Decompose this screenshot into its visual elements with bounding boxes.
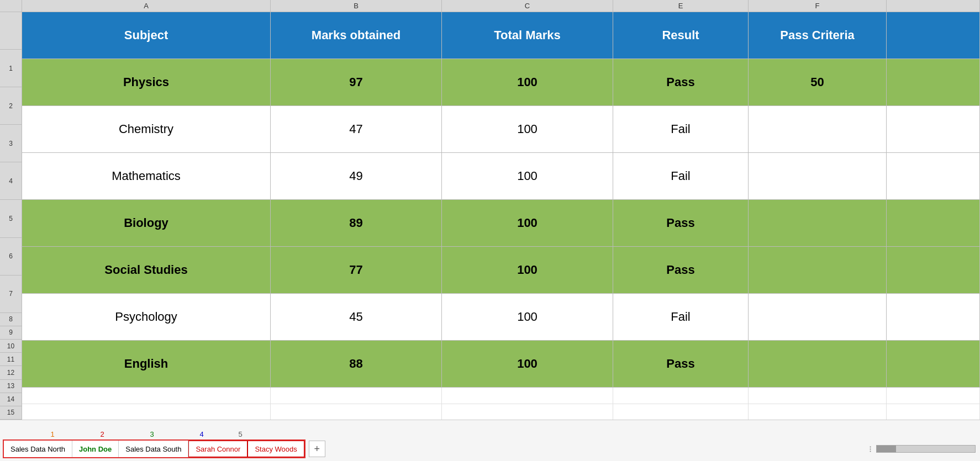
cell-result-1[interactable]: Pass xyxy=(613,59,749,105)
table-header-row: Subject Marks obtained Total Marks Resul… xyxy=(22,12,980,59)
header-rest xyxy=(887,12,980,59)
empty-cell xyxy=(887,388,980,404)
spreadsheet: A B C E F 1 2 3 4 5 6 7 8 9 10 11 12 13 … xyxy=(0,0,980,461)
cell-marks-7[interactable]: 88 xyxy=(271,341,442,387)
header-result: Result xyxy=(613,12,749,59)
cell-total-1[interactable]: 100 xyxy=(442,59,613,105)
cell-subject-4[interactable]: Biology xyxy=(22,200,271,246)
add-sheet-button[interactable]: + xyxy=(309,441,325,457)
table-row: Mathematics 49 100 Fail xyxy=(22,153,980,200)
cell-rest-3 xyxy=(887,153,980,199)
cell-rest-1 xyxy=(887,59,980,105)
col-header-a: A xyxy=(22,0,271,12)
cell-pass-criteria-4 xyxy=(749,200,887,246)
col-header-rest xyxy=(887,0,980,12)
sheet-tab-sarah-connor[interactable]: Sarah Connor xyxy=(188,441,247,457)
cell-subject-7[interactable]: English xyxy=(22,341,271,387)
empty-cell[interactable] xyxy=(749,388,887,404)
header-marks-obtained: Marks obtained xyxy=(271,12,442,59)
cell-rest-6 xyxy=(887,294,980,340)
cell-rest-7 xyxy=(887,341,980,387)
cell-marks-3[interactable]: 49 xyxy=(271,153,442,199)
table-row: Biology 89 100 Pass xyxy=(22,200,980,247)
cell-total-7[interactable]: 100 xyxy=(442,341,613,387)
cell-result-3[interactable]: Fail xyxy=(613,153,749,199)
tab-numbers-row: 1 2 3 4 5 xyxy=(0,430,980,438)
cell-total-4[interactable]: 100 xyxy=(442,200,613,246)
cell-marks-6[interactable]: 45 xyxy=(271,294,442,340)
grid-area: 1 2 3 4 5 6 7 8 9 10 11 12 13 14 15 Subj… xyxy=(0,12,980,420)
row-num-1: 1 xyxy=(0,50,22,87)
cell-rest-2 xyxy=(887,106,980,152)
cell-pass-criteria-6 xyxy=(749,294,887,340)
horizontal-scrollbar[interactable] xyxy=(876,445,976,453)
column-headers: A B C E F xyxy=(0,0,980,12)
table-row: English 88 100 Pass xyxy=(22,341,980,388)
cell-subject-1[interactable]: Physics xyxy=(22,59,271,105)
cell-pass-criteria-7 xyxy=(749,341,887,387)
empty-row xyxy=(22,388,980,404)
tab-number-1: 1 xyxy=(28,430,77,438)
row-num-11: 11 xyxy=(0,353,22,366)
row-num-header xyxy=(0,12,22,50)
row-num-3: 3 xyxy=(0,125,22,162)
cell-marks-2[interactable]: 47 xyxy=(271,106,442,152)
sheet-tab-sales-north[interactable]: Sales Data North xyxy=(4,441,72,457)
table-area: Subject Marks obtained Total Marks Resul… xyxy=(22,12,980,420)
row-num-7: 7 xyxy=(0,275,22,313)
row-num-14: 14 xyxy=(0,393,22,406)
empty-rows xyxy=(22,388,980,420)
cell-total-2[interactable]: 100 xyxy=(442,106,613,152)
right-controls: ⁝ xyxy=(325,444,980,454)
empty-row xyxy=(22,404,980,420)
cell-subject-5[interactable]: Social Studies xyxy=(22,247,271,293)
sheet-tab-stacy-woods[interactable]: Stacy Woods xyxy=(247,441,304,457)
cell-pass-criteria-2 xyxy=(749,106,887,152)
tab-number-5: 5 xyxy=(226,430,254,438)
header-pass-criteria: Pass Criteria xyxy=(749,12,887,59)
header-subject: Subject xyxy=(22,12,271,59)
table-row: Social Studies 77 100 Pass xyxy=(22,247,980,294)
cell-rest-4 xyxy=(887,200,980,246)
col-header-e: E xyxy=(613,0,749,12)
row-num-10: 10 xyxy=(0,340,22,353)
table-row: Psychology 45 100 Fail xyxy=(22,294,980,341)
cell-pass-criteria-1[interactable]: 50 xyxy=(749,59,887,105)
bottom-section: 1 2 3 4 5 Sales Data North John Doe Sale… xyxy=(0,420,980,461)
tabs-border-box: Sales Data North John Doe Sales Data Sou… xyxy=(3,439,305,458)
col-header-b: B xyxy=(271,0,442,12)
cell-subject-6[interactable]: Psychology xyxy=(22,294,271,340)
row-numbers: 1 2 3 4 5 6 7 8 9 10 11 12 13 14 15 xyxy=(0,12,22,420)
header-total-marks: Total Marks xyxy=(442,12,613,59)
scrollbar-thumb[interactable] xyxy=(877,446,896,452)
row-num-4: 4 xyxy=(0,162,22,200)
cell-total-3[interactable]: 100 xyxy=(442,153,613,199)
tab-number-4: 4 xyxy=(177,430,226,438)
cell-marks-1[interactable]: 97 xyxy=(271,59,442,105)
cell-marks-5[interactable]: 77 xyxy=(271,247,442,293)
cell-total-6[interactable]: 100 xyxy=(442,294,613,340)
cell-result-7[interactable]: Pass xyxy=(613,341,749,387)
cell-result-2[interactable]: Fail xyxy=(613,106,749,152)
cell-marks-4[interactable]: 89 xyxy=(271,200,442,246)
cell-result-5[interactable]: Pass xyxy=(613,247,749,293)
cell-subject-3[interactable]: Mathematics xyxy=(22,153,271,199)
empty-cell[interactable] xyxy=(613,388,749,404)
cell-result-6[interactable]: Fail xyxy=(613,294,749,340)
row-num-2: 2 xyxy=(0,87,22,125)
corner-cell xyxy=(0,0,22,12)
cell-result-4[interactable]: Pass xyxy=(613,200,749,246)
row-num-5: 5 xyxy=(0,200,22,237)
table-row: Physics 97 100 Pass 50 xyxy=(22,59,980,106)
sheet-tab-sales-south[interactable]: Sales Data South xyxy=(119,441,188,457)
tabs-row: Sales Data North John Doe Sales Data Sou… xyxy=(0,439,980,458)
row-num-8: 8 xyxy=(0,313,22,326)
cell-total-5[interactable]: 100 xyxy=(442,247,613,293)
cell-subject-2[interactable]: Chemistry xyxy=(22,106,271,152)
empty-cell[interactable] xyxy=(22,388,271,404)
col-header-f: F xyxy=(749,0,887,12)
empty-cell[interactable] xyxy=(442,388,613,404)
empty-cell[interactable] xyxy=(271,388,442,404)
sheet-tab-john-doe[interactable]: John Doe xyxy=(72,441,119,457)
dots-separator: ⁝ xyxy=(869,444,872,454)
